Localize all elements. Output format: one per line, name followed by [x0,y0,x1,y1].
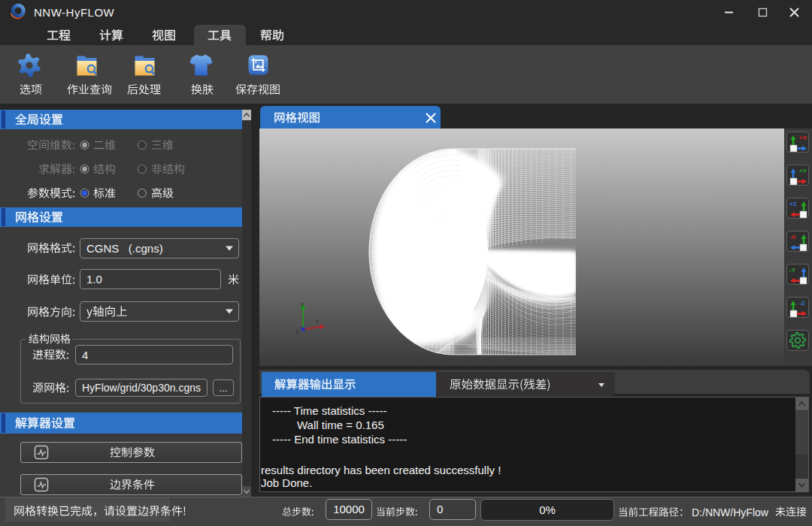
svg-text:+X: +X [799,135,807,141]
svg-text:y: y [301,301,304,308]
svg-text:-X: -X [789,234,796,240]
svg-text:x: x [316,317,320,325]
svg-text:-Z: -Z [799,300,805,307]
svg-text:+Z: +Z [789,201,797,207]
svg-text:-Y: -Y [789,267,796,274]
svg-text:+Y: +Y [799,168,807,174]
svg-text:z: z [295,328,299,336]
